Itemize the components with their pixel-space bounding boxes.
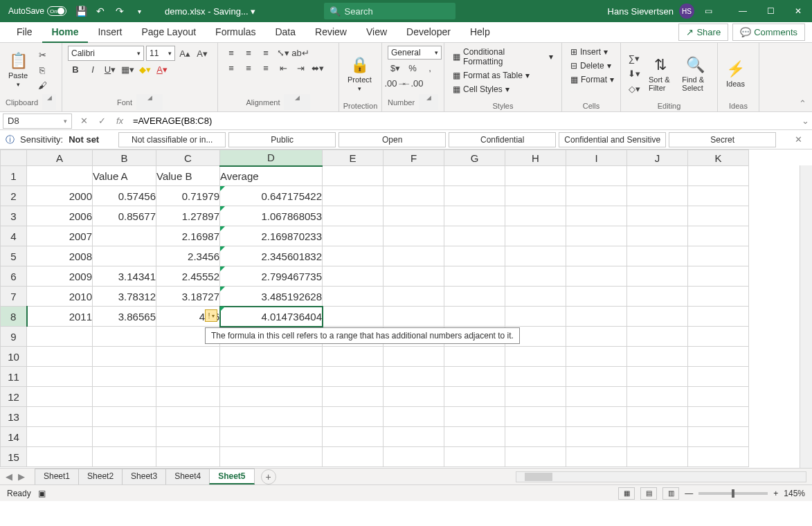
cell-J8[interactable]	[627, 307, 688, 327]
dialog-launcher-icon[interactable]: ◢	[419, 94, 438, 110]
cut-icon[interactable]: ✂	[35, 48, 50, 62]
autosave-toggle[interactable]: AutoSave On	[6, 5, 69, 17]
cell-H3[interactable]	[505, 206, 566, 226]
cell-J4[interactable]	[627, 226, 688, 246]
cell-H12[interactable]	[505, 387, 566, 407]
share-button[interactable]: ↗ Share	[678, 24, 728, 41]
cell-A12[interactable]	[27, 387, 93, 407]
sheet-tab-sheet5[interactable]: Sheet5	[209, 469, 254, 484]
cell-H4[interactable]	[505, 226, 566, 246]
row-header-9[interactable]: 9	[1, 327, 27, 347]
col-header-B[interactable]: B	[93, 150, 156, 166]
add-sheet-button[interactable]: +	[261, 469, 276, 484]
cell-G10[interactable]	[444, 347, 505, 367]
zoom-slider[interactable]	[698, 492, 768, 495]
increase-indent-icon[interactable]: ⇥	[293, 61, 308, 75]
cell-K9[interactable]	[688, 327, 749, 347]
row-header-4[interactable]: 4	[1, 226, 27, 246]
cell-D12[interactable]	[220, 387, 323, 407]
align-right-icon[interactable]: ≡	[258, 61, 273, 75]
fill-icon[interactable]: ⬇▾	[626, 67, 642, 81]
cell-D11[interactable]	[220, 367, 323, 387]
cell-J10[interactable]	[627, 347, 688, 367]
font-size-select[interactable]: 11▾	[146, 46, 175, 61]
cell-F10[interactable]	[384, 347, 444, 367]
macro-record-icon[interactable]: ▣	[38, 489, 46, 498]
cell-K6[interactable]	[688, 266, 749, 287]
cell-D5[interactable]: 2.345601832	[220, 246, 323, 266]
menu-tab-home[interactable]: Home	[42, 22, 89, 43]
row-header-3[interactable]: 3	[1, 206, 27, 226]
menu-tab-file[interactable]: File	[7, 22, 42, 43]
undo-icon[interactable]: ↶	[93, 3, 108, 19]
cell-K12[interactable]	[688, 387, 749, 407]
cancel-formula-icon[interactable]: ✕	[75, 116, 93, 126]
align-top-icon[interactable]: ≡	[224, 46, 239, 60]
cell-A11[interactable]	[27, 367, 93, 387]
cell-J11[interactable]	[627, 367, 688, 387]
number-format-select[interactable]: General▾	[388, 46, 442, 60]
dialog-launcher-icon[interactable]: ◢	[136, 94, 163, 110]
cell-D2[interactable]: 0.647175422	[220, 186, 323, 206]
cell-I15[interactable]	[566, 447, 627, 467]
cell-H7[interactable]	[505, 287, 566, 307]
col-header-F[interactable]: F	[384, 150, 444, 166]
search-bar[interactable]: 🔍	[324, 3, 455, 19]
format-painter-icon[interactable]: 🖌	[35, 78, 50, 92]
redo-icon[interactable]: ↷	[112, 3, 127, 19]
decrease-decimal-icon[interactable]: ←.00	[405, 76, 420, 90]
row-header-13[interactable]: 13	[1, 407, 27, 427]
dialog-launcher-icon[interactable]: ◢	[42, 94, 56, 110]
cell-C5[interactable]: 2.3456	[156, 246, 220, 266]
cell-H2[interactable]	[505, 186, 566, 206]
cell-B8[interactable]: 3.86565	[93, 307, 156, 327]
cell-C4[interactable]: 2.16987	[156, 226, 220, 246]
cell-D6[interactable]: 2.799467735	[220, 266, 323, 287]
cell-J7[interactable]	[627, 287, 688, 307]
cell-H6[interactable]	[505, 266, 566, 287]
cell-G14[interactable]	[444, 427, 505, 447]
underline-button[interactable]: U▾	[102, 62, 118, 76]
cell-G1[interactable]	[444, 166, 505, 186]
cell-C15[interactable]	[156, 447, 220, 467]
ideas-button[interactable]: ⚡Ideas	[723, 59, 748, 89]
cell-I9[interactable]	[566, 327, 627, 347]
row-header-15[interactable]: 15	[1, 447, 27, 467]
minimize-icon[interactable]: —	[729, 0, 757, 22]
cell-J13[interactable]	[627, 407, 688, 427]
col-header-D[interactable]: D	[220, 150, 323, 166]
expand-formula-icon[interactable]: ⌄	[798, 116, 812, 126]
cell-F15[interactable]	[384, 447, 444, 467]
cell-A15[interactable]	[27, 447, 93, 467]
cell-G13[interactable]	[444, 407, 505, 427]
cell-C3[interactable]: 1.27897	[156, 206, 220, 226]
find-select-button[interactable]: 🔍Find & Select	[679, 55, 712, 93]
cell-I7[interactable]	[566, 287, 627, 307]
align-center-icon[interactable]: ≡	[241, 61, 256, 75]
cell-G4[interactable]	[444, 226, 505, 246]
cell-F11[interactable]	[384, 367, 444, 387]
cell-K4[interactable]	[688, 226, 749, 246]
cell-I12[interactable]	[566, 387, 627, 407]
sensitivity-option[interactable]: Confidential and Sensitive	[559, 132, 666, 147]
cell-K13[interactable]	[688, 407, 749, 427]
cell-A1[interactable]	[27, 166, 93, 186]
col-header-A[interactable]: A	[27, 150, 93, 166]
cell-styles-button[interactable]: ▦ Cell Styles ▾	[450, 83, 512, 96]
cell-A10[interactable]	[27, 347, 93, 367]
autosum-icon[interactable]: ∑▾	[626, 52, 642, 66]
cell-B5[interactable]	[93, 246, 156, 266]
cell-J5[interactable]	[627, 246, 688, 266]
italic-button[interactable]: I	[85, 62, 100, 76]
cell-F6[interactable]	[384, 266, 444, 287]
spreadsheet-grid[interactable]: ABCDEFGHIJK1Value AValue BAverage220000.…	[0, 149, 812, 468]
col-header-I[interactable]: I	[566, 150, 627, 166]
cell-E8[interactable]	[323, 307, 384, 327]
cell-I3[interactable]	[566, 206, 627, 226]
zoom-in-icon[interactable]: +	[773, 489, 778, 498]
cell-C1[interactable]: Value B	[156, 166, 220, 186]
cell-B2[interactable]: 0.57456	[93, 186, 156, 206]
accounting-icon[interactable]: $▾	[388, 61, 403, 75]
align-left-icon[interactable]: ≡	[224, 61, 239, 75]
cell-J2[interactable]	[627, 186, 688, 206]
